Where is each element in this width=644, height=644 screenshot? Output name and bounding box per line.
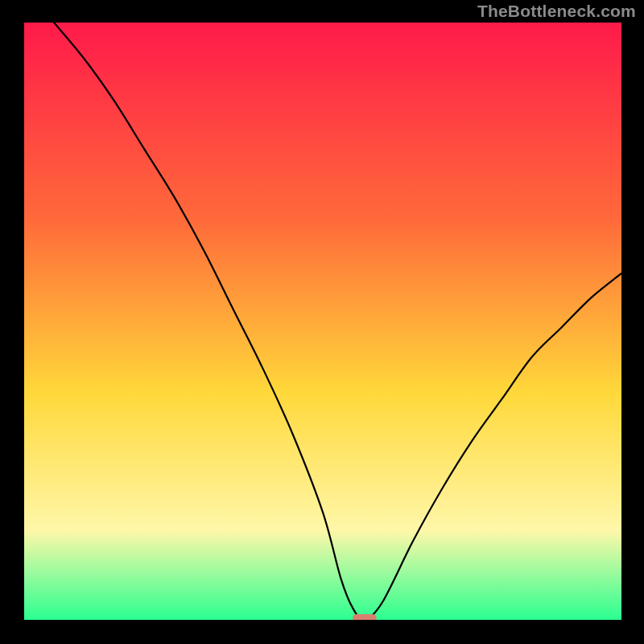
frame-right — [621, 0, 644, 644]
watermark-text: TheBottleneck.com — [477, 2, 636, 21]
frame-bottom — [0, 620, 644, 644]
frame-left — [0, 0, 24, 644]
chart-frame: { "watermark": "TheBottleneck.com", "col… — [0, 0, 644, 644]
chart-svg — [0, 0, 644, 644]
plot-background — [24, 23, 621, 620]
